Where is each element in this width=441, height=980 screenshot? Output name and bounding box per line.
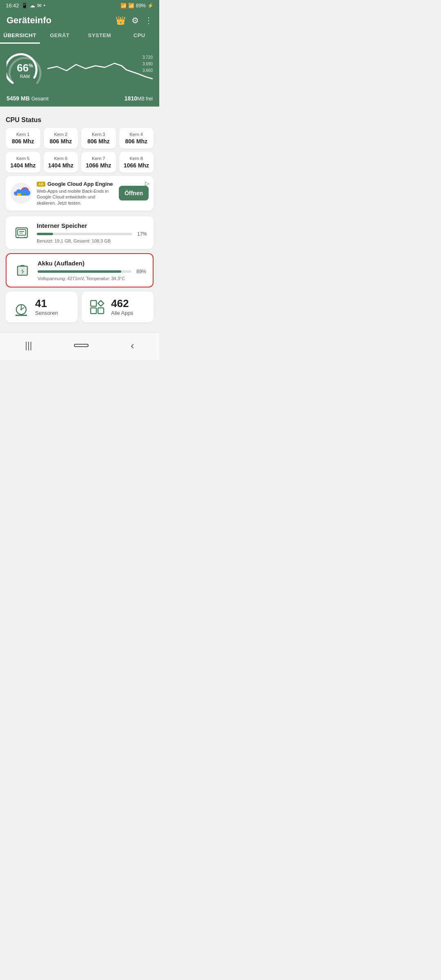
ram-widget: 66% RAM 3.720 3.690 3.660 <box>0 44 159 97</box>
settings-icon[interactable]: ⚙ <box>131 16 139 25</box>
bottom-nav: ||| ‹ <box>0 332 159 360</box>
cpu-core-1-value: 806 Mhz <box>8 138 38 145</box>
cpu-core-2: Kern 2 806 Mhz <box>44 128 78 149</box>
ram-label: RAM <box>17 74 33 79</box>
sensors-info: 41 Sensoren <box>35 298 58 316</box>
back-button[interactable]: ‹ <box>122 338 143 354</box>
svg-rect-6 <box>18 229 26 235</box>
wifi-icon: 📶 <box>120 3 127 9</box>
nav-tabs: ÜBERSICHT GERÄT SYSTEM CPU <box>0 26 159 44</box>
storage-bar-bg <box>37 233 132 235</box>
tab-system[interactable]: SYSTEM <box>80 28 120 44</box>
storage-bar-row: 17% <box>37 231 147 237</box>
main-content: CPU Status Kern 1 806 Mhz Kern 2 806 Mhz… <box>0 111 159 332</box>
status-bar: 16:42 📱 ☁ ✉ • 📶 📶 89% ⚡ <box>0 0 159 11</box>
apps-card[interactable]: 462 Alle Apps <box>82 292 154 323</box>
sensors-card[interactable]: 41 Sensoren <box>6 292 78 323</box>
cpu-core-8-value: 1066 Mhz <box>122 162 151 169</box>
signal-icon: 📶 <box>128 3 134 9</box>
storage-bar-fill <box>37 233 53 235</box>
cpu-core-6-label: Kern 6 <box>46 156 76 161</box>
ad-text: AD Google Cloud App Engine Web-Apps und … <box>37 181 114 206</box>
cpu-core-4: Kern 4 806 Mhz <box>119 128 154 149</box>
cpu-core-2-value: 806 Mhz <box>46 138 76 145</box>
storage-detail: Benutzt: 19,1 GB, Gesamt: 108,3 GB <box>37 238 147 243</box>
tab-cpu[interactable]: CPU <box>120 28 160 44</box>
battery-icon: ⚡ <box>147 3 154 9</box>
home-button[interactable] <box>74 344 89 347</box>
ad-arrow-icon: ▷ <box>145 180 149 187</box>
ad-desc: Web-Apps und mobile Back-Ends in Google … <box>37 188 114 206</box>
chart-values: 3.720 3.690 3.660 <box>143 54 153 74</box>
ad-card: ▷ AD Google Cloud App Engine Web-Apps un… <box>6 176 154 211</box>
svg-rect-12 <box>20 265 24 267</box>
cpu-core-5-value: 1404 Mhz <box>8 162 38 169</box>
cpu-core-7-value: 1066 Mhz <box>84 162 114 169</box>
cloud-icon: ☁ <box>30 2 35 9</box>
cpu-core-4-label: Kern 4 <box>122 132 151 137</box>
ad-badge: AD <box>37 182 45 187</box>
cpu-core-8: Kern 8 1066 Mhz <box>119 152 154 173</box>
mail-icon: ✉ <box>37 2 42 9</box>
chart-val-1: 3.720 <box>143 54 153 61</box>
ram-bottom: 5459 MB Gesamt 1810MB frei <box>0 93 159 107</box>
cpu-core-7: Kern 7 1066 Mhz <box>81 152 116 173</box>
ad-title: AD Google Cloud App Engine <box>37 181 114 187</box>
cpu-core-7-label: Kern 7 <box>84 156 114 161</box>
cpu-core-6-value: 1404 Mhz <box>46 162 76 169</box>
svg-point-3 <box>19 193 21 196</box>
pro-icon[interactable]: 👑 <box>116 16 126 25</box>
app-title: Geräteinfo <box>7 15 51 26</box>
status-left: 16:42 📱 ☁ ✉ • <box>6 2 45 9</box>
svg-point-17 <box>20 309 22 310</box>
svg-rect-19 <box>91 308 96 314</box>
svg-rect-10 <box>24 237 26 238</box>
ram-percent: 66% <box>17 62 33 73</box>
battery-bar-bg <box>38 270 131 273</box>
chart-val-3: 3.660 <box>143 67 153 74</box>
ram-total: 5459 MB Gesamt <box>7 95 49 102</box>
google-cloud-logo <box>11 183 32 204</box>
sensors-count: 41 <box>35 298 58 309</box>
sim-icon: 📱 <box>21 2 28 9</box>
more-icon[interactable]: ⋮ <box>145 16 153 25</box>
cpu-core-1: Kern 1 806 Mhz <box>6 128 40 149</box>
battery-detail: Voltspannung: 4271mV, Temperatur: 34,3°C <box>38 276 146 281</box>
header-icons: 👑 ⚙ ⋮ <box>116 16 153 25</box>
storage-icon <box>12 223 31 242</box>
cpu-core-1-label: Kern 1 <box>8 132 38 137</box>
svg-rect-9 <box>18 237 19 238</box>
internal-storage-card: Interner Speicher 17% Benutzt: 19,1 GB, … <box>6 216 154 249</box>
apps-info: 462 Alle Apps <box>111 298 133 316</box>
cpu-core-3: Kern 3 806 Mhz <box>81 128 116 149</box>
cpu-core-4-value: 806 Mhz <box>122 138 151 145</box>
battery-bar-row: 89% <box>38 269 146 274</box>
battery-content: Akku (Aufladen) 89% Voltspannung: 4271mV… <box>38 260 146 281</box>
battery-icon <box>13 261 32 280</box>
cpu-core-3-value: 806 Mhz <box>84 138 114 145</box>
cpu-core-2-label: Kern 2 <box>46 132 76 137</box>
cpu-core-6: Kern 6 1404 Mhz <box>44 152 78 173</box>
cpu-status-title: CPU Status <box>6 116 154 124</box>
ad-open-button[interactable]: Öffnen <box>119 186 149 200</box>
chart-val-2: 3.690 <box>143 61 153 67</box>
storage-content: Interner Speicher 17% Benutzt: 19,1 GB, … <box>37 222 147 243</box>
cpu-core-5-label: Kern 5 <box>8 156 38 161</box>
apps-count: 462 <box>111 298 133 309</box>
svg-point-4 <box>23 193 25 196</box>
battery-card: Akku (Aufladen) 89% Voltspannung: 4271mV… <box>6 253 154 287</box>
ram-circle: 66% RAM <box>7 52 43 89</box>
tab-gerat[interactable]: GERÄT <box>40 28 80 44</box>
svg-rect-20 <box>98 308 104 314</box>
sensors-icon <box>12 298 30 316</box>
cpu-core-3-label: Kern 3 <box>84 132 114 137</box>
dot-icon: • <box>44 2 46 9</box>
apps-icon <box>88 298 106 316</box>
ram-chart-area: 3.720 3.690 3.660 <box>47 54 153 87</box>
app-header: Geräteinfo 👑 ⚙ ⋮ <box>0 11 159 26</box>
ram-free: 1810MB frei <box>125 95 153 102</box>
tab-ubersicht[interactable]: ÜBERSICHT <box>0 28 40 44</box>
recent-apps-button[interactable]: ||| <box>17 339 40 352</box>
ram-text: 66% RAM <box>17 62 33 79</box>
cpu-core-5: Kern 5 1404 Mhz <box>6 152 40 173</box>
